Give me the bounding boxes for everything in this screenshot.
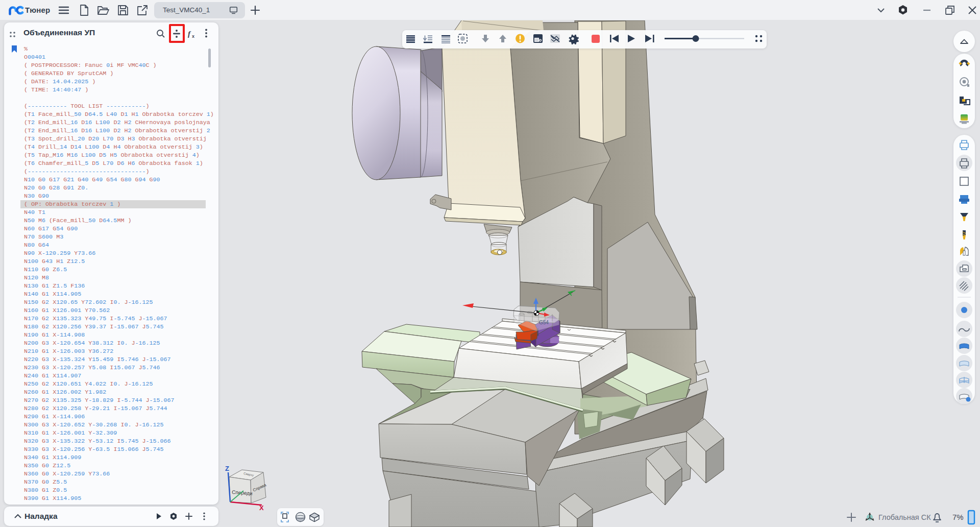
svg-text:7%: 7% xyxy=(952,513,964,521)
svg-text:Глобальная СК: Глобальная СК xyxy=(878,513,931,521)
svg-text:Z: Z xyxy=(225,465,229,472)
svg-text:f: f xyxy=(188,30,191,38)
svg-text:X: X xyxy=(259,504,264,512)
svg-text:x: x xyxy=(192,34,194,39)
svg-text:G54: G54 xyxy=(539,320,549,325)
